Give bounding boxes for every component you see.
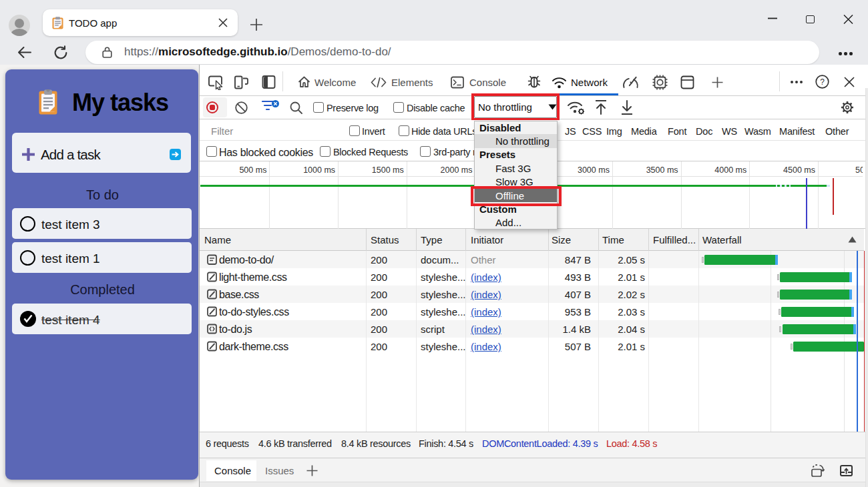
svg-text:?: ? (820, 77, 825, 87)
